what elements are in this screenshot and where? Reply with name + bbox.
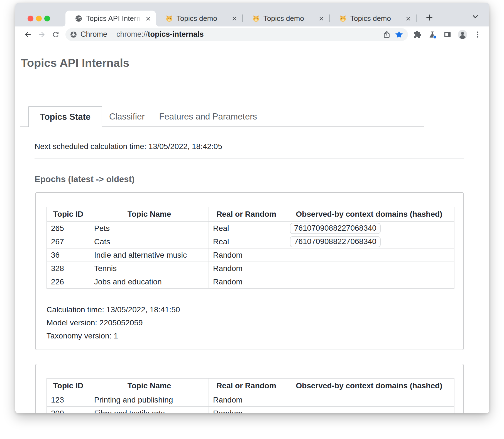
search-engine-label: Chrome [80,30,107,39]
browser-tab[interactable]: Topics API Internals [65,11,156,26]
tab-close-icon[interactable] [145,15,151,22]
hashed-domain-value[interactable]: 7610709088227068340 [290,223,381,234]
extensions-button[interactable] [411,28,424,41]
epoch-table: Topic IDTopic NameReal or RandomObserved… [47,378,454,413]
menu-kebab-icon [474,31,481,38]
epoch-table: Topic IDTopic NameReal or RandomObserved… [47,207,454,289]
epoch-meta: Calculation time: 13/05/2022, 18:41:50Mo… [47,303,463,342]
share-button[interactable] [381,28,393,41]
page-title: Topics API Internals [21,56,489,70]
share-icon [383,30,391,39]
column-header: Observed-by context domains (hashed) [284,207,454,222]
side-panel-button[interactable] [441,28,454,41]
hashed-domain-value[interactable]: 7610709088227068340 [290,236,381,247]
tab-strip: Topics API InternalsTopics demoTopics de… [15,3,489,26]
tab-title: Topics API Internals [86,14,142,23]
real-or-random-cell: Random [209,262,284,275]
tab-close-icon[interactable] [318,15,325,22]
epoch-panel: Topic IDTopic NameReal or RandomObserved… [35,364,464,413]
tab-divider [416,14,417,22]
minimize-window-button[interactable] [36,16,42,21]
back-icon [24,30,32,39]
cat-icon [165,15,173,22]
screenshot-stage: Topics API InternalsTopics demoTopics de… [0,0,504,439]
epochs-list: Topic IDTopic NameReal or RandomObserved… [35,192,489,413]
table-row: 123Printing and publishingRandom [47,393,454,407]
close-icon [318,16,324,22]
page-tab-classifier[interactable]: Classifier [102,107,152,126]
topic-name-cell: Printing and publishing [90,393,209,407]
browser-menu-button[interactable] [471,28,484,41]
tab-close-icon[interactable] [405,15,412,22]
topic-name-cell: Indie and alternative music [90,248,209,262]
forward-icon [38,30,46,39]
real-or-random-cell: Random [209,275,284,289]
column-header: Observed-by context domains (hashed) [284,379,454,393]
topic-id-cell: 226 [47,275,90,289]
page-tab-topics-state[interactable]: Topics State [28,106,102,127]
profile-avatar-icon [457,30,468,40]
browser-tab[interactable]: Topics demo [330,11,416,26]
reload-button[interactable] [50,28,62,41]
topic-name-cell: Tennis [90,262,209,275]
topic-name-cell: Pets [90,222,209,235]
page-tab-bar: Topics StateClassifierFeatures and Param… [20,106,424,127]
globe-icon [75,15,82,22]
topic-name-cell: Cats [90,235,209,248]
real-or-random-cell: Random [209,393,284,407]
side-panel-icon [443,30,452,39]
cat-icon [252,15,260,22]
topic-id-cell: 123 [47,393,90,407]
tab-title: Topics demo [350,14,402,23]
section-divider [35,158,464,159]
experiments-button[interactable] [426,28,439,41]
table-row: 36Indie and alternative musicRandom [47,248,454,262]
observed-domains-cell [284,275,454,289]
real-or-random-cell: Real [209,222,284,235]
topic-id-cell: 328 [47,262,90,275]
forward-button[interactable] [36,28,48,41]
close-window-button[interactable] [28,16,33,21]
experiments-beaker-icon [428,30,437,39]
browser-tab[interactable]: Topics demo [243,11,329,26]
tab-search-chevron-icon[interactable] [470,12,481,21]
cat-icon [252,15,260,22]
toolbar: Chrome chrome://topics-internals [15,26,489,42]
model-version: Model version: 2205052059 [47,316,463,329]
globe-icon [75,15,82,22]
close-icon [405,16,411,22]
cat-icon [339,15,347,22]
chrome-logo-icon [70,31,77,38]
observed-domains-cell [284,248,454,262]
topic-id-cell: 267 [47,235,90,248]
column-header: Real or Random [209,207,284,222]
browser-tabs: Topics API InternalsTopics demoTopics de… [65,3,435,26]
page-tab-features-and-parameters[interactable]: Features and Parameters [152,107,265,126]
table-row: 226Jobs and educationRandom [47,275,454,289]
zoom-window-button[interactable] [44,16,50,21]
table-row: 265PetsReal7610709088227068340 [47,222,454,235]
profile-button[interactable] [456,28,469,41]
column-header: Topic ID [47,207,90,222]
browser-tab[interactable]: Topics demo [156,11,242,26]
topic-id-cell: 265 [47,222,90,235]
observed-domains-cell: 7610709088227068340 [284,222,454,235]
topic-id-cell: 36 [47,248,90,262]
epoch-panel: Topic IDTopic NameReal or RandomObserved… [35,192,464,350]
window-controls [28,16,50,21]
table-row: 267CatsReal7610709088227068340 [47,235,454,248]
address-bar[interactable]: Chrome chrome://topics-internals [65,28,408,41]
url-text: chrome://topics-internals [116,30,204,39]
table-header-row: Topic IDTopic NameReal or RandomObserved… [47,379,454,393]
tab-title: Topics demo [263,14,315,23]
bookmark-button[interactable] [393,28,405,41]
column-header: Real or Random [209,379,284,393]
close-icon [145,16,151,22]
back-button[interactable] [22,28,34,41]
table-row: 200Fibre and textile artsRandom [47,407,454,414]
bookmark-star-icon [395,30,403,39]
new-tab-button[interactable] [424,12,435,23]
calculation-time: Calculation time: 13/05/2022, 18:41:50 [47,303,463,316]
observed-domains-cell: 7610709088227068340 [284,235,454,248]
tab-close-icon[interactable] [231,15,238,22]
